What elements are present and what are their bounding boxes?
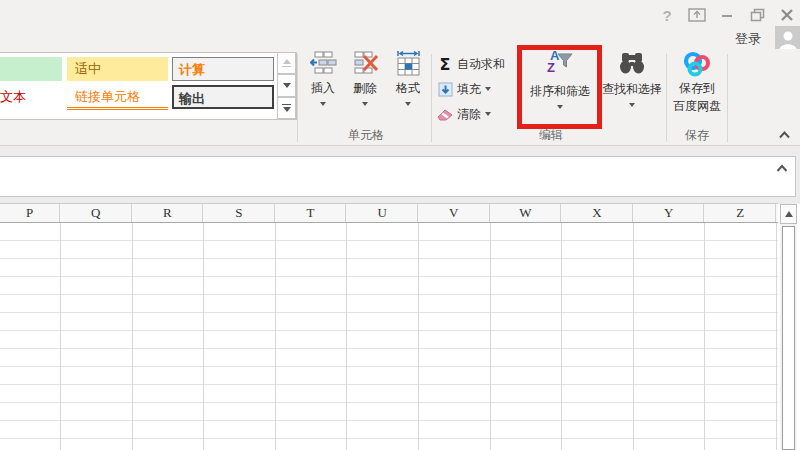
binoculars-icon: [618, 50, 646, 78]
clear-label: 清除: [457, 106, 481, 123]
group-separator: [431, 54, 432, 142]
find-select-button[interactable]: 查找和选择: [600, 50, 664, 122]
sigma-icon: Σ: [437, 55, 453, 74]
grid-column-line: [561, 223, 562, 450]
help-button[interactable]: ?: [656, 5, 678, 25]
column-header-Q[interactable]: Q: [61, 204, 132, 222]
eraser-icon: [437, 107, 453, 121]
triangle-up-icon: [785, 211, 793, 217]
column-header-S[interactable]: S: [204, 204, 275, 222]
dropdown-caret-icon: [485, 87, 491, 91]
format-cells-button[interactable]: 格式: [388, 50, 428, 122]
grid-column-line: [490, 223, 491, 450]
grid-column-line: [346, 223, 347, 450]
column-header-P[interactable]: P: [0, 204, 60, 222]
cells-group-label: 单元格: [330, 127, 402, 144]
fill-button[interactable]: 填充: [437, 80, 491, 98]
sheet-grid[interactable]: [0, 223, 778, 450]
column-header-Y[interactable]: Y: [634, 204, 705, 222]
save-to-baidu-button[interactable]: 保存到 百度网盘: [668, 50, 726, 122]
autosum-button[interactable]: Σ 自动求和: [437, 55, 505, 73]
ribbon-display-options-button[interactable]: [686, 5, 708, 25]
autosum-label: 自动求和: [457, 56, 505, 73]
dropdown-caret-icon: [485, 112, 491, 116]
grid-column-line: [275, 223, 276, 450]
triangle-down-icon: [283, 107, 291, 112]
column-headers[interactable]: PQRSTUVWXYZ: [0, 203, 778, 223]
format-cells-icon: [395, 50, 422, 77]
group-separator: [727, 54, 728, 142]
delete-cells-button[interactable]: 删除: [345, 50, 385, 122]
grid-column-line: [704, 223, 705, 450]
column-header-V[interactable]: V: [419, 204, 490, 222]
save-to-baidu-label-line2: 百度网盘: [673, 98, 721, 115]
minimize-icon: [721, 9, 733, 21]
grid-column-line: [418, 223, 419, 450]
dropdown-caret-icon: [405, 102, 411, 106]
column-header-W[interactable]: W: [491, 204, 562, 222]
fill-down-icon: [437, 82, 453, 97]
column-header-X[interactable]: X: [562, 204, 633, 222]
delete-cells-icon: [352, 50, 379, 77]
close-icon: [780, 8, 794, 22]
minimize-button[interactable]: [716, 5, 738, 25]
ribbon-display-options-icon: [688, 8, 706, 22]
chevron-up-icon: [777, 129, 792, 141]
style-good-cell[interactable]: [0, 57, 62, 81]
insert-label: 插入: [311, 80, 335, 97]
column-header-R[interactable]: R: [133, 204, 204, 222]
triangle-down-icon: [283, 83, 291, 88]
style-warning-text-cell[interactable]: 文本: [0, 85, 62, 109]
format-label: 格式: [396, 80, 420, 97]
collapse-ribbon-button[interactable]: [777, 127, 792, 145]
scrollbar-thumb[interactable]: [782, 226, 795, 450]
fill-label: 填充: [457, 81, 481, 98]
gallery-scroll-down-button[interactable]: [277, 74, 296, 96]
scroll-up-button[interactable]: [780, 204, 797, 224]
close-button[interactable]: [776, 5, 798, 25]
restore-icon: [750, 8, 765, 22]
grid-column-line: [132, 223, 133, 450]
person-icon: [777, 29, 799, 49]
grid-column-line: [60, 223, 61, 450]
style-neutral-cell[interactable]: 适中: [67, 57, 168, 81]
style-calculation-cell[interactable]: 计算: [172, 57, 274, 81]
group-separator: [297, 54, 298, 142]
find-select-label: 查找和选择: [602, 81, 662, 98]
style-linked-cell[interactable]: 链接单元格: [67, 85, 168, 110]
column-header-T[interactable]: T: [276, 204, 347, 222]
baidu-netdisk-icon: [681, 50, 713, 80]
help-icon: ?: [662, 7, 671, 24]
style-output-cell[interactable]: 输出: [172, 85, 274, 109]
restore-button[interactable]: [746, 5, 768, 25]
bar-icon: [282, 104, 291, 106]
clear-button[interactable]: 清除: [437, 105, 491, 123]
grid-column-line: [776, 223, 777, 450]
save-to-baidu-label-line1: 保存到: [679, 80, 715, 97]
chevron-up-icon: [774, 162, 790, 175]
editing-group-label: 编辑: [521, 127, 581, 144]
dropdown-caret-icon: [362, 102, 368, 106]
triangle-up-icon: [283, 59, 291, 64]
insert-cells-button[interactable]: 插入: [303, 50, 343, 122]
avatar[interactable]: [775, 26, 800, 49]
dropdown-caret-icon: [320, 102, 326, 106]
collapse-formula-bar-button[interactable]: [774, 161, 790, 179]
column-header-U[interactable]: U: [347, 204, 418, 222]
sign-in-button[interactable]: 登录: [735, 30, 761, 48]
grid-column-line: [633, 223, 634, 450]
highlight-box: [517, 45, 602, 129]
bar-icon: [282, 66, 291, 68]
delete-label: 删除: [353, 80, 377, 97]
excel-window: ? 登录 适中 计算 文本 链接单元格 输出: [0, 0, 800, 450]
column-header-Z[interactable]: Z: [705, 204, 776, 222]
dropdown-caret-icon: [629, 103, 635, 107]
gallery-scroll-up-button[interactable]: [277, 52, 296, 74]
grid-column-line: [203, 223, 204, 450]
insert-cells-icon: [310, 50, 337, 77]
save-group-label: 保存: [667, 127, 727, 144]
gallery-more-button[interactable]: [277, 97, 296, 119]
formula-bar[interactable]: [0, 156, 796, 197]
